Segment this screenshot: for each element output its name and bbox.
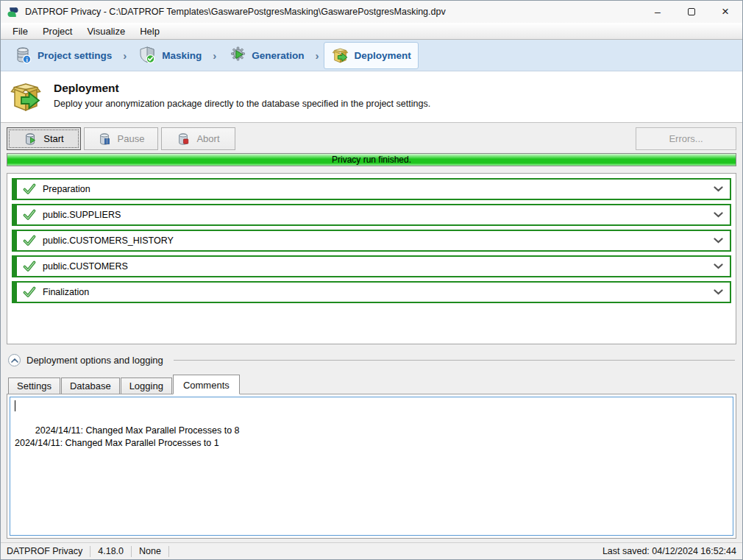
options-section-header: Deployment options and logging [7,354,736,366]
success-check-icon [23,235,36,247]
tab-database[interactable]: Database [61,378,120,394]
task-label: Finalization [43,287,707,297]
abort-button[interactable]: Abort [161,127,235,150]
page-header-text: Deployment Deploy your anonymization pac… [54,79,430,109]
start-button[interactable]: Start [7,127,81,150]
statusbar-app-name: DATPROF Privacy [7,546,82,556]
breadcrumb-deployment[interactable]: Deployment [324,42,419,69]
breadcrumb-generation[interactable]: Generation [221,42,310,68]
breadcrumb-label: Masking [162,50,202,61]
chevron-down-icon[interactable] [714,238,723,244]
comments-text: 2024/14/11: Changed Max Parallel Process… [15,425,240,448]
tab-comments[interactable]: Comments [173,375,240,394]
pause-button-label: Pause [118,133,145,144]
chevron-down-icon[interactable] [714,212,723,218]
app-window: DATPROF Privacy - C:\DATPROF Templates\G… [0,0,743,560]
breadcrumb-separator-icon: › [118,49,131,62]
statusbar-divider [90,546,90,557]
menu-project[interactable]: Project [35,24,79,38]
database-stop-icon [177,132,190,146]
success-check-icon [23,209,36,221]
menu-help[interactable]: Help [132,24,167,38]
package-deploy-icon [331,46,349,65]
errors-button-label: Errors... [669,133,703,144]
collapse-section-button[interactable] [8,354,21,366]
success-check-icon [23,183,36,195]
success-check-icon [23,286,36,298]
statusbar-divider [131,546,132,557]
tab-settings[interactable]: Settings [8,378,60,394]
comments-textarea[interactable]: 2024/14/11: Changed Max Parallel Process… [10,397,733,536]
deployment-toolbar: Start Pause Abort Err [7,127,736,150]
status-bar: DATPROF Privacy 4.18.0 None Last saved: … [1,542,742,559]
chevron-down-icon[interactable] [714,289,723,295]
minimize-button[interactable]: – [641,1,675,23]
breadcrumb-separator-icon: › [311,49,324,62]
main-content: Start Pause Abort Err [1,123,742,542]
database-pause-icon [98,132,111,146]
statusbar-version: 4.18.0 [98,546,124,556]
start-button-label: Start [43,133,63,144]
maximize-button[interactable] [675,1,708,23]
breadcrumb-label: Deployment [355,50,411,61]
options-section-label: Deployment options and logging [26,355,163,366]
task-label: public.CUSTOMERS_HISTORY [43,235,707,246]
section-divider [174,360,735,361]
breadcrumb-label: Generation [252,50,304,61]
task-row-customers[interactable]: public.CUSTOMERS [12,255,731,277]
task-label: public.SUPPLIERS [43,210,707,220]
text-caret [15,400,15,411]
menu-file[interactable]: File [5,24,35,38]
menu-visualize[interactable]: Visualize [79,24,132,38]
tab-logging[interactable]: Logging [121,378,172,394]
breadcrumb: i Project settings › Masking › [1,40,742,71]
statusbar-mode: None [139,546,161,556]
chevron-up-icon [11,358,18,363]
breadcrumb-project-settings[interactable]: i Project settings [7,42,118,68]
chevron-down-icon[interactable] [714,186,723,192]
success-check-icon [23,260,36,272]
page-subtitle: Deploy your anonymization package direct… [54,99,430,109]
deployment-header-icon [8,79,43,115]
page-header: Deployment Deploy your anonymization pac… [1,71,742,123]
options-tabs: Settings Database Logging Comments [7,375,736,394]
progress-status-text: Privacy run finished. [332,155,411,165]
deployment-steps-panel: Preparation public.SUPPLIERS [7,173,736,344]
database-play-icon [24,132,37,146]
abort-button-label: Abort [196,133,219,144]
task-row-finalization[interactable]: Finalization [12,281,731,303]
window-title: DATPROF Privacy - C:\DATPROF Templates\G… [25,7,446,17]
task-row-preparation[interactable]: Preparation [12,178,731,200]
chevron-down-icon[interactable] [714,263,723,269]
app-logo-icon [7,6,19,18]
shield-check-icon [138,46,157,65]
statusbar-last-saved: Last saved: 04/12/2024 16:52:44 [602,546,736,556]
breadcrumb-separator-icon: › [208,49,221,62]
pause-button[interactable]: Pause [84,127,158,150]
statusbar-divider [168,546,169,557]
task-row-suppliers[interactable]: public.SUPPLIERS [12,204,731,226]
comments-tab-panel: 2024/14/11: Changed Max Parallel Process… [7,394,736,539]
task-label: public.CUSTOMERS [43,261,707,272]
deployment-progress-bar: Privacy run finished. [7,153,736,166]
title-bar: DATPROF Privacy - C:\DATPROF Templates\G… [1,1,742,23]
task-row-customers-history[interactable]: public.CUSTOMERS_HISTORY [12,230,731,252]
maximize-icon [688,8,695,15]
breadcrumb-label: Project settings [38,50,112,61]
close-button[interactable]: × [708,1,742,23]
window-controls: – × [641,1,742,23]
errors-button[interactable]: Errors... [636,127,736,150]
gears-run-icon [227,46,246,65]
database-info-icon: i [13,46,32,65]
task-label: Preparation [43,184,707,194]
breadcrumb-masking[interactable]: Masking [131,42,208,68]
menu-bar: File Project Visualize Help [1,23,742,40]
page-title: Deployment [54,82,430,95]
